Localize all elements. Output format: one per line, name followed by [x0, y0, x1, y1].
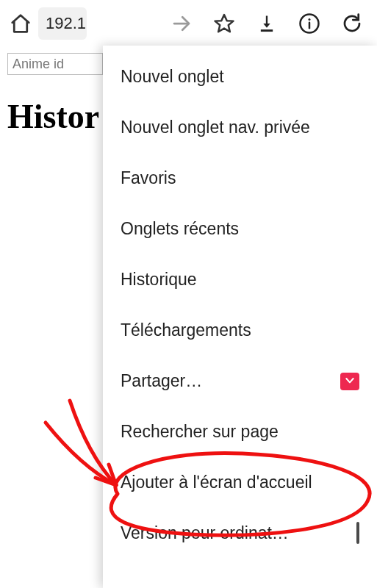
anime-id-field[interactable]: [7, 53, 103, 75]
menu-item-label: Nouvel onglet nav. privée: [121, 118, 310, 137]
pocket-icon[interactable]: [340, 373, 359, 390]
info-icon: [298, 12, 320, 35]
menu-item-desktop-site[interactable]: Version pour ordinat…: [103, 508, 377, 559]
svg-marker-1: [215, 15, 234, 32]
menu-item-bookmarks[interactable]: Favoris: [103, 153, 377, 204]
home-button[interactable]: [4, 7, 37, 40]
bookmark-star-button[interactable]: [204, 3, 245, 44]
download-icon: [256, 13, 277, 34]
menu-item-new-private-tab[interactable]: Nouvel onglet nav. privée: [103, 102, 377, 153]
menu-item-new-tab[interactable]: Nouvel onglet: [103, 51, 377, 102]
menu-item-label: Favoris: [121, 168, 176, 188]
menu-item-label: Version pour ordinat…: [121, 523, 289, 543]
menu-item-label: Ajouter à l'écran d'accueil: [121, 473, 312, 492]
menu-item-history[interactable]: Historique: [103, 254, 377, 305]
menu-item-label: Historique: [121, 270, 197, 290]
menu-item-add-to-homescreen[interactable]: Ajouter à l'écran d'accueil: [103, 457, 377, 508]
menu-item-label: Onglets récents: [121, 219, 239, 239]
menu-item-downloads[interactable]: Téléchargements: [103, 305, 377, 356]
home-icon: [10, 12, 32, 35]
menu-item-find-in-page[interactable]: Rechercher sur page: [103, 406, 377, 457]
svg-point-5: [309, 18, 311, 21]
reload-button[interactable]: [331, 3, 373, 44]
reload-icon: [341, 12, 363, 35]
menu-item-label: Téléchargements: [121, 320, 251, 340]
menu-item-label: Partager…: [121, 371, 202, 391]
desktop-site-checkbox[interactable]: [356, 522, 359, 544]
download-button[interactable]: [246, 3, 287, 44]
forward-button[interactable]: [161, 3, 202, 44]
overflow-menu: Nouvel onglet Nouvel onglet nav. privée …: [103, 46, 377, 588]
svg-rect-2: [261, 29, 273, 32]
url-text: 192.1: [46, 14, 86, 33]
info-button[interactable]: [289, 3, 330, 44]
star-icon: [213, 12, 235, 35]
menu-item-label: Nouvel onglet: [121, 67, 224, 87]
forward-arrow-icon: [170, 12, 193, 35]
menu-item-label: Rechercher sur page: [121, 422, 279, 442]
url-bar[interactable]: 192.1: [38, 7, 87, 40]
menu-item-recent-tabs[interactable]: Onglets récents: [103, 204, 377, 254]
menu-item-share[interactable]: Partager…: [103, 356, 377, 406]
browser-toolbar: 192.1: [0, 0, 377, 47]
